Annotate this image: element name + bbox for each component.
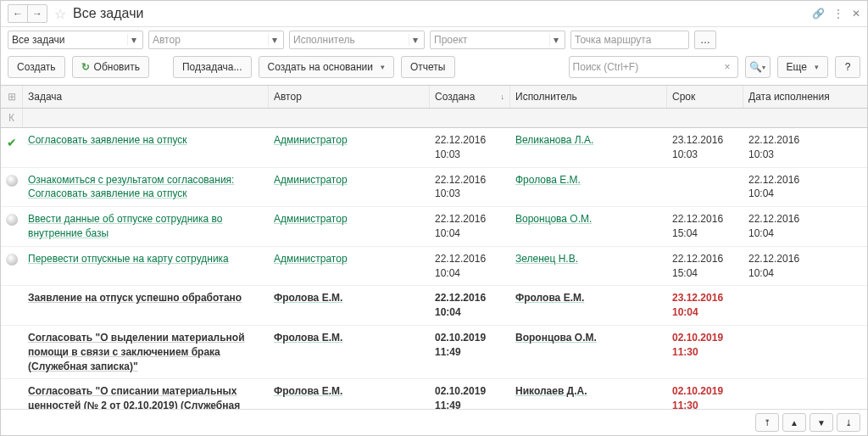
performer-filter[interactable]: Исполнитель ▾ (289, 31, 425, 49)
author-link[interactable]: Фролова Е.М. (274, 385, 342, 397)
filters-bar: Все задачи ▾ Автор ▾ Исполнитель ▾ Проек… (1, 27, 867, 53)
column-author[interactable]: Автор (269, 86, 430, 108)
table-row[interactable]: Согласовать "О списании материальных цен… (1, 379, 867, 409)
column-due[interactable]: Срок (667, 86, 743, 108)
task-cell: Ознакомиться с результатом согласования:… (23, 173, 269, 202)
performer-link[interactable]: Воронцова О.М. (515, 332, 597, 344)
performer-link[interactable]: Фролова Е.М. (515, 292, 584, 304)
author-link[interactable]: Фролова Е.М. (274, 292, 342, 304)
column-exec-date[interactable]: Дата исполнения (743, 86, 867, 108)
table-row[interactable]: ✔Согласовать заявление на отпускАдминист… (1, 128, 867, 168)
author-link[interactable]: Администратор (274, 253, 348, 265)
task-cell: Перевести отпускные на карту сотрудника (23, 252, 269, 281)
author-filter[interactable]: Автор ▾ (148, 31, 284, 49)
project-filter[interactable]: Проект ▾ (430, 31, 565, 49)
author-cell: Администратор (269, 212, 430, 241)
create-button[interactable]: Создать (8, 56, 65, 78)
more-menu-icon[interactable]: ⋮ (833, 8, 843, 20)
create-based-button[interactable]: Создать на основании (259, 56, 395, 78)
search-button[interactable]: 🔍▾ (745, 56, 771, 78)
scroll-up-button[interactable]: ▲ (782, 413, 806, 432)
status-cell (1, 291, 23, 320)
due-cell: 23.12.201610:04 (667, 291, 743, 320)
back-button[interactable]: ← (8, 4, 28, 23)
scroll-top-button[interactable]: ⤒ (755, 413, 779, 432)
author-cell: Фролова Е.М. (269, 384, 430, 409)
table-row[interactable]: Ввести данные об отпуске сотрудника во в… (1, 207, 867, 247)
table-nav-footer: ⤒ ▲ ▼ ⤓ (1, 409, 867, 435)
table-row[interactable]: Ознакомиться с результатом согласования:… (1, 168, 867, 208)
performer-cell: Воронцова О.М. (510, 212, 667, 241)
magnifier-icon: 🔍 (749, 61, 762, 73)
column-status-icon[interactable]: ⊞ (1, 86, 23, 108)
due-cell: 23.12.201610:03 (667, 133, 743, 162)
performer-link[interactable]: Великанова Л.А. (515, 134, 593, 146)
due-cell: 02.10.201911:30 (667, 331, 743, 373)
exec-cell (743, 291, 867, 320)
exec-cell: 22.12.201610:04 (743, 173, 867, 202)
task-link[interactable]: Согласовать "О списании материальных цен… (28, 385, 240, 409)
page-title: Все задачи (73, 6, 809, 21)
forward-button[interactable]: → (27, 4, 47, 23)
author-link[interactable]: Фролова Е.М. (274, 332, 342, 344)
scope-select[interactable]: Все задачи ▾ (8, 31, 143, 49)
scroll-down-button[interactable]: ▼ (810, 413, 833, 432)
author-link[interactable]: Администратор (274, 134, 348, 146)
route-picker-button[interactable]: … (694, 31, 716, 49)
task-link[interactable]: Согласовать заявление на отпуск (28, 134, 187, 146)
task-link[interactable]: Заявление на отпуск успешно обработано (28, 292, 242, 304)
performer-link[interactable]: Фролова Е.М. (515, 174, 581, 186)
created-cell: 02.10.201911:49 (430, 331, 510, 373)
chevron-down-icon: ▾ (127, 34, 139, 46)
task-link[interactable]: Перевести отпускные на карту сотрудника (28, 253, 229, 265)
scroll-bottom-button[interactable]: ⤓ (837, 413, 860, 432)
exec-cell (743, 384, 867, 409)
table-row[interactable]: Согласовать "О выделении материальной по… (1, 326, 867, 379)
table-subheader: К (1, 109, 867, 128)
exec-cell: 22.12.201610:03 (743, 133, 867, 162)
performer-cell: Фролова Е.М. (510, 173, 667, 202)
author-link[interactable]: Администратор (274, 213, 348, 225)
performer-cell: Воронцова О.М. (510, 331, 667, 373)
column-created[interactable]: Создана↓ (430, 86, 510, 108)
close-icon[interactable]: ✕ (852, 8, 860, 20)
subtask-button[interactable]: Подзадача... (173, 56, 252, 78)
link-icon[interactable]: 🔗 (812, 8, 825, 20)
exec-cell: 22.12.201610:04 (743, 212, 867, 241)
performer-cell: Зеленец Н.В. (510, 252, 667, 281)
task-cell: Согласовать заявление на отпуск (23, 133, 269, 162)
refresh-button[interactable]: ↻ Обновить (72, 56, 149, 78)
due-cell: 22.12.201615:04 (667, 252, 743, 281)
favorite-icon[interactable]: ☆ (54, 6, 66, 22)
performer-link[interactable]: Воронцова О.М. (515, 213, 592, 225)
task-cell: Согласовать "О списании материальных цен… (23, 384, 269, 409)
task-link[interactable]: Ознакомиться с результатом согласования:… (28, 174, 234, 200)
created-cell: 22.12.201610:04 (430, 252, 510, 281)
table-header: ⊞ Задача Автор Создана↓ Исполнитель Срок… (1, 85, 867, 109)
app-window: ← → ☆ Все задачи 🔗 ⋮ ✕ Все задачи ▾ Авто… (0, 0, 868, 436)
performer-cell: Николаев Д.А. (510, 384, 667, 409)
performer-link[interactable]: Николаев Д.А. (515, 385, 587, 397)
table-body: ✔Согласовать заявление на отпускАдминист… (1, 128, 867, 409)
more-button[interactable]: Еще (777, 56, 828, 78)
clear-search-icon[interactable]: × (721, 61, 734, 73)
status-pending-icon (6, 175, 18, 187)
performer-link[interactable]: Зеленец Н.В. (515, 253, 578, 265)
task-link[interactable]: Ввести данные об отпуске сотрудника во в… (28, 213, 223, 239)
table-row[interactable]: Перевести отпускные на карту сотрудникаА… (1, 247, 867, 287)
column-k[interactable]: К (1, 109, 23, 127)
toolbar: Создать ↻ Обновить Подзадача... Создать … (1, 53, 867, 85)
route-filter[interactable]: Точка маршрута (570, 31, 689, 49)
column-task[interactable]: Задача (23, 86, 269, 108)
created-cell: 22.12.201610:04 (430, 212, 510, 241)
task-link[interactable]: Согласовать "О выделении материальной по… (28, 332, 245, 372)
search-input[interactable]: Поиск (Ctrl+F) × (569, 56, 738, 78)
help-button[interactable]: ? (835, 56, 860, 78)
author-link[interactable]: Администратор (274, 174, 348, 186)
reports-button[interactable]: Отчеты (401, 56, 454, 78)
performer-cell: Фролова Е.М. (510, 291, 667, 320)
column-performer[interactable]: Исполнитель (510, 86, 667, 108)
author-cell: Администратор (269, 133, 430, 162)
due-cell: 02.10.201911:30 (667, 384, 743, 409)
table-row[interactable]: Заявление на отпуск успешно обработаноФр… (1, 286, 867, 326)
